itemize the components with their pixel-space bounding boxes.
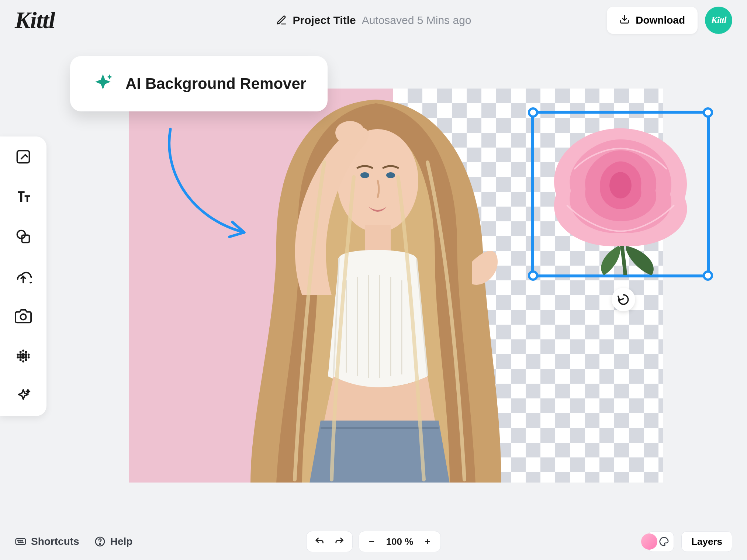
header-right: Download Kittl (607, 7, 732, 34)
selection-handle-br[interactable] (703, 270, 713, 281)
svg-point-14 (19, 356, 22, 359)
color-palette-button[interactable] (647, 531, 674, 552)
svg-point-36 (22, 540, 23, 541)
svg-point-35 (20, 540, 21, 541)
svg-point-17 (28, 356, 30, 359)
selection-handle-bl[interactable] (528, 270, 538, 281)
svg-point-10 (22, 353, 25, 356)
rotate-icon (617, 293, 630, 306)
svg-point-9 (19, 353, 22, 356)
shapes-icon (15, 228, 31, 245)
download-icon (619, 14, 630, 27)
download-label: Download (636, 14, 685, 26)
undo-button[interactable] (314, 536, 325, 547)
help-label: Help (110, 536, 133, 547)
svg-point-13 (17, 356, 19, 359)
pencil-icon[interactable] (276, 15, 287, 26)
help-icon (94, 536, 106, 547)
svg-point-15 (22, 356, 25, 359)
color-swatch-icon (641, 533, 657, 550)
svg-point-5 (22, 349, 24, 352)
redo-icon (334, 536, 345, 547)
selection-handle-tl[interactable] (528, 107, 538, 118)
person-image[interactable] (191, 89, 560, 483)
svg-point-6 (20, 351, 22, 353)
sparkle-icon (15, 388, 31, 404)
zoom-value: 100 % (386, 536, 414, 547)
svg-point-18 (20, 359, 22, 361)
zoom-out-button[interactable]: − (366, 536, 377, 547)
dots-icon (15, 348, 31, 364)
left-toolbar (0, 136, 46, 416)
upload-icon (15, 268, 32, 285)
download-button[interactable]: Download (607, 7, 698, 34)
undo-icon (314, 536, 325, 547)
project-title[interactable]: Project Title (293, 14, 356, 27)
palette-icon (658, 536, 670, 547)
svg-point-31 (335, 121, 365, 145)
svg-point-12 (28, 353, 30, 356)
brand-badge[interactable]: Kittl (705, 7, 732, 34)
design-tool[interactable] (14, 148, 32, 166)
svg-point-23 (386, 172, 395, 178)
svg-point-34 (18, 540, 19, 541)
text-icon (15, 189, 31, 205)
redo-button[interactable] (334, 536, 345, 547)
footer-right: Layers (647, 531, 732, 552)
svg-rect-3 (22, 235, 29, 242)
shortcuts-label: Shortcuts (31, 536, 79, 547)
logo[interactable]: Kittl (15, 7, 55, 34)
rotate-button[interactable] (612, 288, 635, 311)
zoom-controls: − 100 % + (359, 531, 441, 552)
footer-left: Shortcuts Help (15, 536, 132, 547)
svg-point-4 (20, 314, 26, 319)
feature-label: AI Background Remover (125, 75, 306, 93)
upload-tool[interactable] (14, 267, 32, 286)
svg-point-32 (609, 172, 632, 198)
project-title-area: Project Title Autosaved 5 Mins ago (276, 14, 471, 27)
photo-tool[interactable] (14, 307, 32, 325)
sparkle-icon (91, 72, 114, 95)
footer-center: − 100 % + (306, 531, 441, 552)
svg-point-16 (25, 356, 27, 359)
svg-point-11 (25, 353, 27, 356)
brand-badge-text: Kittl (711, 15, 726, 26)
feature-card[interactable]: AI Background Remover (70, 56, 328, 111)
selection-handle-tr[interactable] (703, 107, 713, 118)
layers-button[interactable]: Layers (681, 531, 732, 552)
ai-tool[interactable] (14, 387, 32, 405)
texture-tool[interactable] (14, 347, 32, 365)
design-icon (15, 149, 31, 165)
rose-image[interactable] (534, 114, 707, 275)
shapes-tool[interactable] (14, 227, 32, 246)
svg-point-19 (22, 360, 24, 363)
shortcuts-button[interactable]: Shortcuts (15, 536, 79, 547)
svg-point-8 (17, 353, 19, 356)
svg-point-22 (360, 172, 369, 178)
text-tool[interactable] (14, 187, 32, 206)
history-controls (306, 531, 353, 552)
svg-rect-33 (16, 539, 26, 545)
svg-point-7 (25, 351, 27, 353)
svg-point-39 (99, 543, 100, 545)
svg-point-20 (25, 359, 27, 361)
camera-icon (15, 308, 32, 325)
zoom-in-button[interactable]: + (422, 536, 433, 547)
selection-box[interactable] (531, 111, 710, 277)
keyboard-icon (15, 536, 27, 547)
autosave-status: Autosaved 5 Mins ago (362, 14, 471, 27)
help-button[interactable]: Help (94, 536, 133, 547)
footer: Shortcuts Help − 100 % + Layers (0, 523, 747, 560)
header: Kittl Project Title Autosaved 5 Mins ago… (0, 0, 747, 41)
